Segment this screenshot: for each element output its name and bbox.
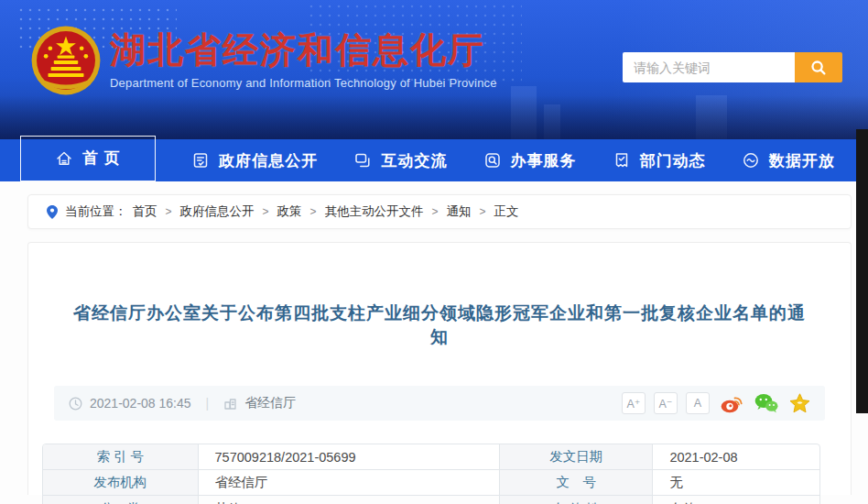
breadcrumb-label: 当前位置：: [65, 203, 127, 220]
breadcrumb-item-gov-info[interactable]: 政府信息公开: [180, 203, 255, 220]
chat-icon: [353, 151, 372, 170]
article-source: 省经信厅: [244, 395, 296, 411]
national-emblem-icon: [30, 25, 102, 96]
breadcrumb-separator: >: [166, 205, 172, 218]
meta-divider: |: [206, 396, 210, 411]
article-meta-left: 2021-02-08 16:45 | 省经信厅: [69, 395, 296, 411]
article-card: 省经信厅办公室关于公布第四批支柱产业细分领域隐形冠军企业和第一批复核企业名单的通…: [27, 242, 852, 495]
wechat-icon[interactable]: [754, 393, 778, 413]
breadcrumb-separator: >: [310, 205, 317, 218]
breadcrumb-separator: >: [263, 205, 269, 218]
info-table: 索 引 号 757009218/2021-05699 发文日期 2021-02-…: [42, 444, 820, 504]
table-value-category: 其他: [199, 496, 500, 504]
badge-icon: [613, 151, 631, 170]
article-meta-bar: 2021-02-08 16:45 | 省经信厅 A⁺ A⁻ A: [54, 386, 825, 421]
nav-label: 部门动态: [640, 150, 706, 171]
site-brand: 湖北省经济和信息化厅 Department of Economy and Inf…: [30, 25, 497, 96]
font-reset-button[interactable]: A: [686, 392, 710, 414]
brand-text: 湖北省经济和信息化厅 Department of Economy and Inf…: [110, 31, 497, 90]
data-wave-icon: [742, 151, 760, 170]
breadcrumb: 当前位置： 首页 > 政府信息公开 > 政策 > 其他主动公开文件 > 通知 >…: [27, 194, 852, 229]
nav-label: 互动交流: [381, 150, 447, 171]
location-pin-icon: [47, 205, 58, 219]
table-value-validity: 有效: [653, 496, 819, 504]
table-value-publisher: 省经信厅: [199, 470, 500, 496]
table-label-issue-date: 发文日期: [500, 444, 654, 470]
nav-label: 政府信息公开: [219, 150, 318, 171]
breadcrumb-item-current: 正文: [494, 203, 519, 220]
star-favorite-icon[interactable]: [789, 393, 810, 413]
nav-item-home[interactable]: 首 页: [20, 136, 156, 181]
service-search-icon: [483, 151, 502, 170]
nav-label: 首 页: [82, 148, 121, 169]
table-label-publisher: 发布机构: [43, 470, 199, 496]
nav-item-news[interactable]: 部门动态: [613, 139, 706, 181]
article-meta-tools: A⁺ A⁻ A: [622, 392, 810, 414]
table-row: 分 类 其他 有 效 性 有效: [43, 496, 819, 504]
table-label-validity: 有 效 性: [500, 496, 654, 504]
table-row: 发布机构 省经信厅 文 号 无: [43, 470, 819, 496]
clock-icon: [69, 397, 82, 411]
search-button[interactable]: [795, 52, 842, 82]
nav-label: 办事服务: [511, 150, 577, 171]
nav-item-open-data[interactable]: 数据开放: [742, 139, 835, 181]
nav-item-gov-info[interactable]: 政府信息公开: [191, 139, 318, 181]
search-input[interactable]: [623, 52, 795, 82]
font-increase-button[interactable]: A⁺: [622, 392, 646, 414]
table-label-doc-no: 文 号: [500, 470, 654, 496]
table-value-index-no: 757009218/2021-05699: [199, 444, 500, 470]
table-label-index-no: 索 引 号: [43, 444, 199, 470]
document-icon: [191, 151, 210, 170]
breadcrumb-item-policy[interactable]: 政策: [277, 203, 302, 220]
article-title: 省经信厅办公室关于公布第四批支柱产业细分领域隐形冠军企业和第一批复核企业名单的通…: [28, 301, 851, 349]
breadcrumb-separator: >: [480, 205, 486, 218]
site-search: [623, 52, 842, 82]
site-header: 湖北省经济和信息化厅 Department of Economy and Inf…: [0, 0, 868, 139]
scrollbar-thumb[interactable]: [856, 129, 868, 413]
home-icon: [55, 149, 73, 168]
publish-time: 2021-02-08 16:45: [90, 396, 191, 411]
main-nav: 首 页 政府信息公开 互动交流 办事服务: [0, 139, 868, 181]
header-skyline-silhouette: [0, 95, 868, 139]
breadcrumb-item-notice[interactable]: 通知: [447, 203, 472, 220]
font-decrease-button[interactable]: A⁻: [654, 392, 678, 414]
search-icon: [809, 59, 828, 77]
organization-icon: [223, 397, 237, 411]
site-subtitle: Department of Economy and Information Te…: [110, 76, 497, 90]
table-label-category: 分 类: [43, 496, 199, 504]
weibo-icon[interactable]: [721, 394, 743, 413]
nav-item-services[interactable]: 办事服务: [483, 139, 577, 181]
table-value-issue-date: 2021-02-08: [653, 444, 819, 470]
page: 湖北省经济和信息化厅 Department of Economy and Inf…: [0, 0, 868, 504]
site-title: 湖北省经济和信息化厅: [110, 31, 497, 71]
nav-label: 数据开放: [769, 150, 835, 171]
breadcrumb-item-home[interactable]: 首页: [133, 203, 157, 220]
table-row: 索 引 号 757009218/2021-05699 发文日期 2021-02-…: [43, 444, 819, 470]
breadcrumb-separator: >: [432, 205, 439, 218]
nav-item-interaction[interactable]: 互动交流: [353, 139, 447, 181]
breadcrumb-item-other-docs[interactable]: 其他主动公开文件: [325, 203, 424, 220]
table-value-doc-no: 无: [653, 470, 819, 496]
